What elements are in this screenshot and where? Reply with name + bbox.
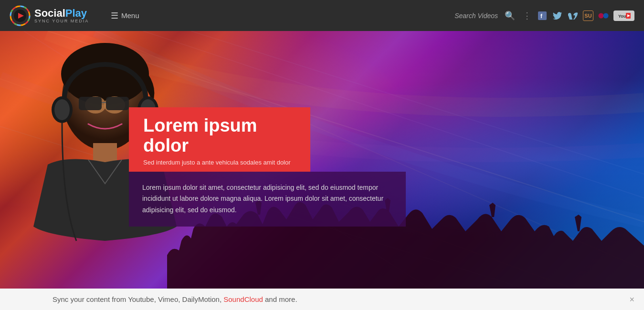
hamburger-icon: ☰ [111, 10, 118, 21]
bottom-bar-text-after: and more. [265, 295, 297, 303]
svg-point-8 [599, 13, 604, 18]
facebook-icon[interactable]: f [537, 10, 548, 21]
soundcloud-link[interactable]: SoundCloud [223, 295, 263, 303]
flickr-icon[interactable] [598, 10, 609, 21]
bottom-bar-text-before: Sync your content from Youtube, Vimeo, D… [53, 295, 222, 303]
logo-icon[interactable] [10, 5, 31, 26]
hero-description: Lorem ipsum dolor sit amet, consectetur … [142, 182, 392, 216]
more-icon[interactable]: ⋮ [522, 10, 532, 21]
hero-title: Lorem ipsum dolor [143, 116, 296, 156]
logo-subtitle: SYNC YOUR MEDIA [34, 19, 89, 23]
logo-play-text: Play [65, 7, 87, 19]
hero-subtitle: Sed interdum justo a ante vehicula sodal… [143, 156, 296, 166]
vimeo-icon[interactable] [568, 10, 578, 21]
svg-rect-26 [106, 97, 129, 110]
svg-rect-6 [538, 11, 547, 20]
logo-social-text: Social [34, 7, 65, 19]
svg-text:You: You [618, 14, 626, 19]
logo-text: SocialPlay SYNC YOUR MEDIA [34, 8, 89, 23]
close-button[interactable]: × [629, 294, 634, 304]
hero-title-box: Lorem ipsum dolor Sed interdum justo a a… [129, 107, 310, 172]
bottom-bar: Sync your content from Youtube, Vimeo, D… [0, 289, 644, 310]
svg-point-30 [54, 99, 70, 120]
header-right: Search Videos 🔍 ⋮ f [454, 10, 634, 21]
hero-description-box: Lorem ipsum dolor sit amet, consectetur … [129, 172, 406, 227]
logo-title: SocialPlay [34, 8, 89, 19]
stumbleupon-icon[interactable]: SU [583, 10, 593, 21]
search-label: Search Videos [454, 12, 498, 20]
twitter-icon[interactable] [552, 10, 563, 21]
social-icons: ⋮ f SU [522, 10, 634, 21]
bottom-bar-text: Sync your content from Youtube, Vimeo, D… [53, 295, 297, 303]
hero-content: Lorem ipsum dolor Sed interdum justo a a… [129, 107, 615, 227]
svg-rect-28 [93, 143, 117, 162]
svg-point-9 [603, 13, 609, 18]
hero-section: Lorem ipsum dolor Sed interdum justo a a… [0, 31, 644, 289]
youtube-icon[interactable]: You [613, 10, 634, 21]
menu-button[interactable]: ☰ Menu [105, 8, 145, 24]
menu-label: Menu [121, 11, 139, 20]
logo-area: SocialPlay SYNC YOUR MEDIA [10, 5, 105, 26]
svg-rect-25 [79, 97, 102, 110]
search-icon[interactable]: 🔍 [505, 10, 515, 21]
header: SocialPlay SYNC YOUR MEDIA ☰ Menu Search… [0, 0, 644, 31]
